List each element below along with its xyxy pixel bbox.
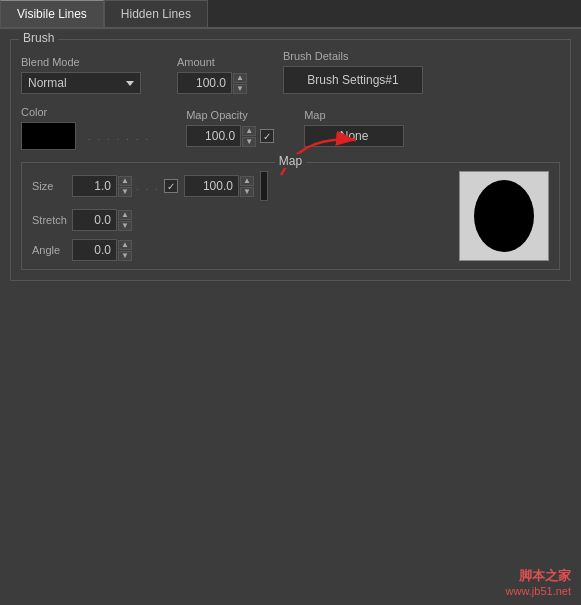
size-row: Size ▲ ▼ . . . [32,171,449,201]
watermark-line2: www.jb51.net [506,585,571,597]
watermark: 脚本之家 www.jb51.net [506,567,571,597]
size-bar [260,171,268,201]
size-checkbox[interactable] [164,179,178,193]
angle-spinner: ▲ ▼ [72,239,132,261]
blend-mode-group: Blend Mode Normal [21,56,141,94]
brush-details-button[interactable]: Brush Settings#1 [283,66,423,94]
stretch-row: Stretch ▲ ▼ [32,209,449,231]
map-opacity-label: Map Opacity [186,109,274,121]
size-dots: . . . [136,181,160,192]
map-opacity-group: Map Opacity ▲ ▼ [186,109,274,147]
map-section: Map Size ▲ ▼ . . . [21,162,560,270]
amount-label: Amount [177,56,247,68]
color-swatch[interactable] [21,122,76,150]
stretch-label: Stretch [32,214,72,226]
svg-point-1 [474,180,534,252]
top-row: Blend Mode Normal Amount ▲ ▼ [21,50,560,94]
brush-panel-label: Brush [19,31,58,45]
angle-down-button[interactable]: ▼ [118,251,132,261]
brush-preview-svg [469,176,539,256]
map-opacity-up-button[interactable]: ▲ [242,126,256,136]
stretch-spinner: ▲ ▼ [72,209,132,231]
map-dropdown[interactable]: None [304,125,404,147]
main-container: Visibile Lines Hidden Lines Brush Blend … [0,0,581,605]
brush-details-group: Brush Details Brush Settings#1 [283,50,423,94]
map-left-controls: Size ▲ ▼ . . . [32,171,449,261]
color-group: Color . . . . . . . [21,106,156,150]
size-up-button[interactable]: ▲ [118,176,132,186]
brush-preview [459,171,549,261]
angle-up-button[interactable]: ▲ [118,240,132,250]
angle-spinner-buttons: ▲ ▼ [118,240,132,261]
map-field-label: Map [304,109,404,121]
map-opacity-spinner: ▲ ▼ [186,125,256,147]
map-opacity-spinner-buttons: ▲ ▼ [242,126,256,147]
amount-spinner: ▲ ▼ [177,72,247,94]
size-input[interactable] [72,175,117,197]
color-dots: . . . . . . . [88,131,150,142]
amount-input[interactable] [177,72,232,94]
map-field-group: Map None [304,109,404,147]
amount-down-button[interactable]: ▼ [233,84,247,94]
map-content-row: Size ▲ ▼ . . . [32,171,549,261]
amount-group: Amount ▲ ▼ [177,56,247,94]
stretch-up-button[interactable]: ▲ [118,210,132,220]
size-spinner-buttons: ▲ ▼ [118,176,132,197]
size-map-spinner: ▲ ▼ [184,175,254,197]
stretch-spinner-buttons: ▲ ▼ [118,210,132,231]
angle-row: Angle ▲ ▼ [32,239,449,261]
amount-spinner-buttons: ▲ ▼ [233,73,247,94]
watermark-line1: 脚本之家 [506,567,571,585]
color-row: Color . . . . . . . Map Opacity ▲ ▼ [21,106,560,150]
blend-mode-value: Normal [28,76,67,90]
map-opacity-checkbox[interactable] [260,129,274,143]
size-down-button[interactable]: ▼ [118,187,132,197]
color-label: Color [21,106,156,118]
brush-panel: Brush Blend Mode Normal Amount ▲ ▼ [10,39,571,281]
tab-hidden-lines[interactable]: Hidden Lines [104,0,208,27]
angle-label: Angle [32,244,72,256]
tabs-bar: Visibile Lines Hidden Lines [0,0,581,29]
stretch-down-button[interactable]: ▼ [118,221,132,231]
angle-input[interactable] [72,239,117,261]
blend-mode-dropdown[interactable]: Normal [21,72,141,94]
size-spinner: ▲ ▼ [72,175,132,197]
tab-visible-lines[interactable]: Visibile Lines [0,0,104,27]
map-opacity-down-button[interactable]: ▼ [242,137,256,147]
map-opacity-input[interactable] [186,125,241,147]
map-section-label: Map [275,154,306,168]
dropdown-arrow-icon [126,81,134,86]
size-map-up-button[interactable]: ▲ [240,176,254,186]
size-map-spinner-buttons: ▲ ▼ [240,176,254,197]
size-map-down-button[interactable]: ▼ [240,187,254,197]
blend-mode-label: Blend Mode [21,56,141,68]
amount-up-button[interactable]: ▲ [233,73,247,83]
brush-details-label: Brush Details [283,50,423,62]
size-label: Size [32,180,72,192]
size-map-input[interactable] [184,175,239,197]
stretch-input[interactable] [72,209,117,231]
